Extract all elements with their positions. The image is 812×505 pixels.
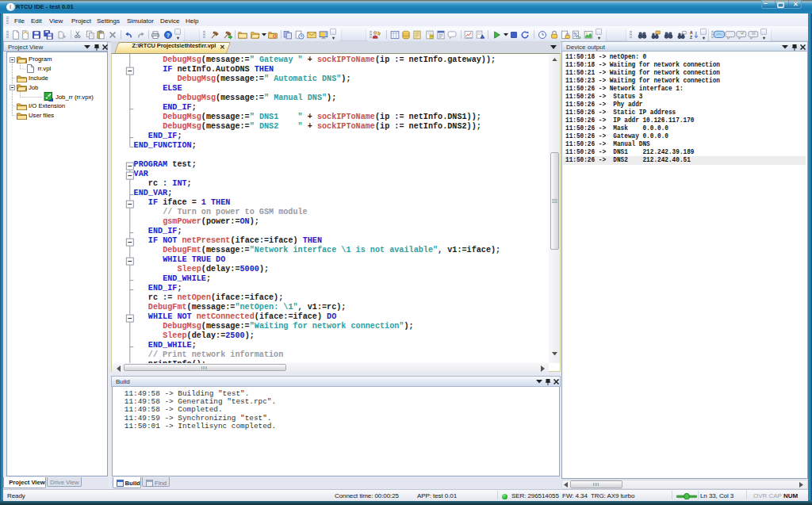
svg-text:A: A xyxy=(690,31,693,35)
svg-text:?: ? xyxy=(167,32,170,38)
svg-text:Z: Z xyxy=(690,35,692,39)
